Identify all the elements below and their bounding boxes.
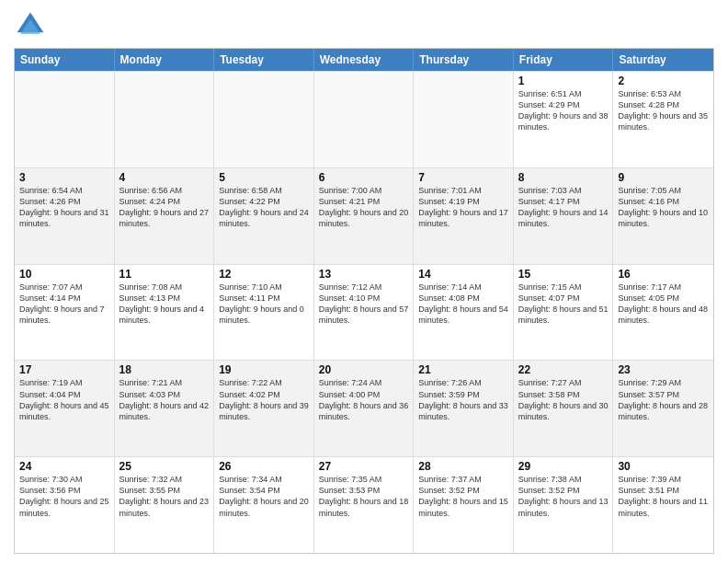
day-number: 21	[418, 363, 508, 376]
calendar-row-4: 24Sunrise: 7:30 AM Sunset: 3:56 PM Dayli…	[15, 456, 713, 553]
calendar-cell: 21Sunrise: 7:26 AM Sunset: 3:59 PM Dayli…	[414, 361, 514, 456]
calendar-cell: 2Sunrise: 6:53 AM Sunset: 4:28 PM Daylig…	[613, 72, 713, 167]
day-number: 29	[518, 460, 609, 473]
day-number: 19	[219, 363, 309, 376]
day-info: Sunrise: 7:29 AM Sunset: 3:57 PM Dayligh…	[618, 377, 709, 422]
day-number: 1	[518, 75, 609, 87]
calendar-cell: 11Sunrise: 7:08 AM Sunset: 4:13 PM Dayli…	[115, 265, 215, 361]
day-number: 9	[618, 171, 709, 184]
day-number: 10	[19, 268, 109, 281]
calendar-cell: 1Sunrise: 6:51 AM Sunset: 4:29 PM Daylig…	[514, 72, 614, 167]
calendar-cell: 20Sunrise: 7:24 AM Sunset: 4:00 PM Dayli…	[314, 361, 415, 456]
calendar-cell: 16Sunrise: 7:17 AM Sunset: 4:05 PM Dayli…	[613, 265, 713, 361]
day-number: 27	[319, 460, 409, 473]
day-number: 30	[618, 460, 709, 473]
day-number: 15	[518, 268, 609, 281]
day-info: Sunrise: 7:38 AM Sunset: 3:52 PM Dayligh…	[518, 474, 609, 519]
day-info: Sunrise: 7:24 AM Sunset: 4:00 PM Dayligh…	[319, 377, 409, 422]
day-info: Sunrise: 6:58 AM Sunset: 4:22 PM Dayligh…	[219, 185, 309, 230]
header-cell-thursday: Thursday	[414, 49, 514, 71]
calendar-cell: 26Sunrise: 7:34 AM Sunset: 3:54 PM Dayli…	[214, 457, 314, 553]
calendar-row-2: 10Sunrise: 7:07 AM Sunset: 4:14 PM Dayli…	[15, 264, 713, 361]
calendar-cell: 19Sunrise: 7:22 AM Sunset: 4:02 PM Dayli…	[214, 361, 314, 456]
day-number: 6	[319, 171, 409, 184]
day-number: 2	[618, 75, 709, 87]
day-info: Sunrise: 7:21 AM Sunset: 4:03 PM Dayligh…	[119, 377, 210, 422]
logo-icon	[14, 9, 47, 42]
header-cell-wednesday: Wednesday	[314, 49, 415, 71]
day-info: Sunrise: 6:56 AM Sunset: 4:24 PM Dayligh…	[119, 185, 210, 230]
calendar-cell: 15Sunrise: 7:15 AM Sunset: 4:07 PM Dayli…	[514, 265, 614, 361]
day-number: 13	[319, 268, 409, 281]
page: SundayMondayTuesdayWednesdayThursdayFrid…	[0, 0, 728, 563]
calendar-cell: 4Sunrise: 6:56 AM Sunset: 4:24 PM Daylig…	[115, 168, 215, 264]
day-number: 4	[119, 171, 210, 184]
calendar-cell: 17Sunrise: 7:19 AM Sunset: 4:04 PM Dayli…	[15, 361, 115, 456]
day-info: Sunrise: 7:03 AM Sunset: 4:17 PM Dayligh…	[518, 185, 609, 230]
calendar-cell: 12Sunrise: 7:10 AM Sunset: 4:11 PM Dayli…	[214, 265, 314, 361]
calendar-row-0: 1Sunrise: 6:51 AM Sunset: 4:29 PM Daylig…	[15, 71, 713, 167]
day-number: 11	[119, 268, 210, 281]
calendar-cell: 30Sunrise: 7:39 AM Sunset: 3:51 PM Dayli…	[613, 457, 713, 553]
calendar-cell	[15, 72, 115, 167]
calendar-cell	[214, 72, 314, 167]
day-number: 23	[618, 363, 709, 376]
day-info: Sunrise: 7:32 AM Sunset: 3:55 PM Dayligh…	[119, 474, 210, 519]
calendar: SundayMondayTuesdayWednesdayThursdayFrid…	[14, 48, 714, 554]
calendar-cell: 25Sunrise: 7:32 AM Sunset: 3:55 PM Dayli…	[115, 457, 215, 553]
day-number: 28	[418, 460, 508, 473]
day-info: Sunrise: 7:35 AM Sunset: 3:53 PM Dayligh…	[319, 474, 409, 519]
day-info: Sunrise: 7:05 AM Sunset: 4:16 PM Dayligh…	[618, 185, 709, 230]
header	[14, 9, 714, 42]
calendar-cell: 28Sunrise: 7:37 AM Sunset: 3:52 PM Dayli…	[414, 457, 514, 553]
calendar-cell: 9Sunrise: 7:05 AM Sunset: 4:16 PM Daylig…	[613, 168, 713, 264]
day-number: 14	[418, 268, 508, 281]
day-info: Sunrise: 6:51 AM Sunset: 4:29 PM Dayligh…	[518, 88, 609, 133]
day-info: Sunrise: 7:01 AM Sunset: 4:19 PM Dayligh…	[418, 185, 508, 230]
calendar-cell: 7Sunrise: 7:01 AM Sunset: 4:19 PM Daylig…	[414, 168, 514, 264]
calendar-cell: 27Sunrise: 7:35 AM Sunset: 3:53 PM Dayli…	[314, 457, 415, 553]
day-number: 16	[618, 268, 709, 281]
calendar-cell: 18Sunrise: 7:21 AM Sunset: 4:03 PM Dayli…	[115, 361, 215, 456]
day-info: Sunrise: 7:19 AM Sunset: 4:04 PM Dayligh…	[19, 377, 109, 422]
day-number: 7	[418, 171, 508, 184]
day-info: Sunrise: 7:00 AM Sunset: 4:21 PM Dayligh…	[319, 185, 409, 230]
day-number: 24	[19, 460, 109, 473]
day-info: Sunrise: 7:14 AM Sunset: 4:08 PM Dayligh…	[418, 282, 508, 327]
header-cell-friday: Friday	[514, 49, 614, 71]
header-cell-monday: Monday	[115, 49, 215, 71]
calendar-cell	[314, 72, 415, 167]
day-info: Sunrise: 7:34 AM Sunset: 3:54 PM Dayligh…	[219, 474, 309, 519]
day-number: 8	[518, 171, 609, 184]
day-info: Sunrise: 7:39 AM Sunset: 3:51 PM Dayligh…	[618, 474, 709, 519]
calendar-cell: 10Sunrise: 7:07 AM Sunset: 4:14 PM Dayli…	[15, 265, 115, 361]
day-number: 18	[119, 363, 210, 376]
day-info: Sunrise: 7:07 AM Sunset: 4:14 PM Dayligh…	[19, 282, 109, 327]
calendar-row-1: 3Sunrise: 6:54 AM Sunset: 4:26 PM Daylig…	[15, 167, 713, 264]
day-info: Sunrise: 7:30 AM Sunset: 3:56 PM Dayligh…	[19, 474, 109, 519]
calendar-cell: 14Sunrise: 7:14 AM Sunset: 4:08 PM Dayli…	[414, 265, 514, 361]
calendar-cell	[115, 72, 215, 167]
calendar-row-3: 17Sunrise: 7:19 AM Sunset: 4:04 PM Dayli…	[15, 360, 713, 456]
day-info: Sunrise: 7:27 AM Sunset: 3:58 PM Dayligh…	[518, 377, 609, 422]
day-number: 3	[19, 171, 109, 184]
day-info: Sunrise: 7:22 AM Sunset: 4:02 PM Dayligh…	[219, 377, 309, 422]
day-number: 20	[319, 363, 409, 376]
day-number: 5	[219, 171, 309, 184]
header-cell-saturday: Saturday	[613, 49, 713, 71]
calendar-header: SundayMondayTuesdayWednesdayThursdayFrid…	[15, 49, 713, 71]
day-info: Sunrise: 6:53 AM Sunset: 4:28 PM Dayligh…	[618, 88, 709, 133]
day-info: Sunrise: 6:54 AM Sunset: 4:26 PM Dayligh…	[19, 185, 109, 230]
calendar-cell: 5Sunrise: 6:58 AM Sunset: 4:22 PM Daylig…	[214, 168, 314, 264]
calendar-cell	[414, 72, 514, 167]
calendar-cell: 22Sunrise: 7:27 AM Sunset: 3:58 PM Dayli…	[514, 361, 614, 456]
logo	[14, 9, 51, 42]
calendar-cell: 3Sunrise: 6:54 AM Sunset: 4:26 PM Daylig…	[15, 168, 115, 264]
day-info: Sunrise: 7:08 AM Sunset: 4:13 PM Dayligh…	[119, 282, 210, 327]
day-info: Sunrise: 7:17 AM Sunset: 4:05 PM Dayligh…	[618, 282, 709, 327]
header-cell-tuesday: Tuesday	[214, 49, 314, 71]
day-number: 25	[119, 460, 210, 473]
header-cell-sunday: Sunday	[15, 49, 115, 71]
day-info: Sunrise: 7:12 AM Sunset: 4:10 PM Dayligh…	[319, 282, 409, 327]
day-info: Sunrise: 7:37 AM Sunset: 3:52 PM Dayligh…	[418, 474, 508, 519]
